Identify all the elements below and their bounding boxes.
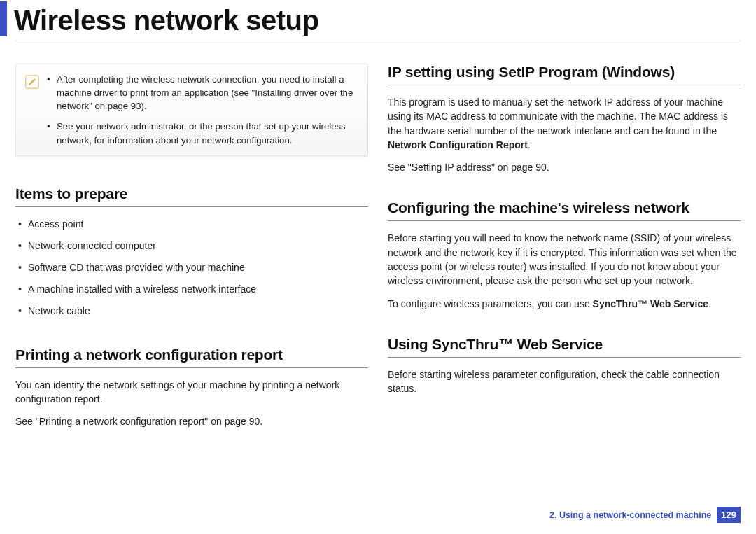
page-title: Wireless network setup bbox=[14, 5, 318, 36]
title-bar: Wireless network setup bbox=[15, 0, 741, 41]
bold-text: SyncThru™ Web Service bbox=[593, 298, 708, 309]
heading-syncthru: Using SyncThru™ Web Service bbox=[388, 336, 741, 358]
text-run: . bbox=[708, 298, 711, 309]
list-item: A machine installed with a wireless netw… bbox=[15, 282, 368, 297]
note-item: After completing the wireless network co… bbox=[47, 73, 358, 113]
body-text: To configure wireless parameters, you ca… bbox=[388, 297, 741, 311]
heading-ip-setip: IP setting using SetIP Program (Windows) bbox=[388, 64, 741, 85]
body-text: Before starting you will need to know th… bbox=[388, 231, 741, 288]
title-accent-bar bbox=[0, 1, 7, 36]
text-run: This program is used to manually set the… bbox=[388, 97, 728, 136]
text-run: . bbox=[528, 139, 531, 150]
heading-config-wireless: Configuring the machine's wireless netwo… bbox=[388, 199, 741, 221]
left-column: After completing the wireless network co… bbox=[15, 64, 368, 437]
body-text: Before starting wireless parameter confi… bbox=[388, 367, 741, 396]
body-text: See "Printing a network configuration re… bbox=[15, 414, 368, 428]
body-text: You can identify the network settings of… bbox=[15, 378, 368, 407]
bold-text: Network Configuration Report bbox=[388, 139, 528, 150]
list-item: Network-connected computer bbox=[15, 239, 368, 253]
body-text: See "Setting IP address" on page 90. bbox=[388, 160, 741, 174]
list-item: Access point bbox=[15, 217, 368, 232]
text-run: To configure wireless parameters, you ca… bbox=[388, 298, 593, 309]
note-item: See your network administrator, or the p… bbox=[47, 120, 358, 146]
heading-items-to-prepare: Items to prepare bbox=[15, 185, 368, 207]
heading-print-config-report: Printing a network configuration report bbox=[15, 346, 368, 368]
page-footer: 2. Using a network-connected machine 129 bbox=[550, 507, 741, 523]
list-item: Network cable bbox=[15, 304, 368, 318]
note-pencil-icon bbox=[24, 74, 40, 90]
title-rule bbox=[15, 41, 741, 41]
right-column: IP setting using SetIP Program (Windows)… bbox=[388, 64, 741, 437]
body-text: This program is used to manually set the… bbox=[388, 95, 741, 152]
note-box: After completing the wireless network co… bbox=[15, 64, 368, 156]
footer-page-number: 129 bbox=[717, 507, 741, 523]
items-to-prepare-list: Access point Network-connected computer … bbox=[15, 217, 368, 318]
list-item: Software CD that was provided with your … bbox=[15, 260, 368, 275]
footer-chapter: 2. Using a network-connected machine bbox=[550, 510, 711, 520]
note-list: After completing the wireless network co… bbox=[47, 73, 358, 147]
